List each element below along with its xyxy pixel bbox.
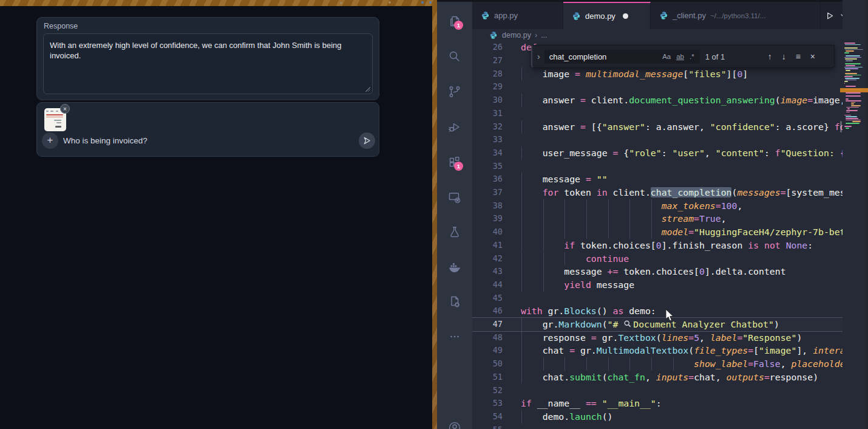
minimap[interactable] bbox=[843, 0, 866, 429]
more-icon[interactable] bbox=[447, 329, 462, 344]
minimap-line bbox=[846, 86, 856, 87]
python-file-icon bbox=[489, 31, 498, 39]
indent-guide bbox=[608, 199, 609, 213]
scrollbar-thumb[interactable] bbox=[840, 121, 842, 132]
file-settings-icon[interactable] bbox=[447, 295, 462, 309]
code-line-54[interactable]: 54 demo.launch() bbox=[472, 410, 843, 424]
tab-_client.py[interactable]: _client.py~/.../python3.11/... bbox=[651, 2, 821, 29]
mouse-cursor bbox=[665, 309, 675, 322]
code-line-40[interactable]: 40 model="HuggingFaceH4/zephyr-7b-beta bbox=[472, 225, 843, 239]
extensions-icon[interactable]: 1 bbox=[447, 155, 462, 170]
code-line-52[interactable]: 52 bbox=[472, 384, 843, 397]
code-line-28[interactable]: 28 image = multimodal_message["files"][0… bbox=[472, 67, 843, 81]
explorer-icon[interactable]: 1 bbox=[447, 14, 462, 29]
line-number: 27 bbox=[472, 54, 503, 67]
indent-guide bbox=[565, 199, 565, 213]
indent-guide bbox=[521, 146, 522, 160]
line-number: 49 bbox=[472, 344, 503, 357]
resize-grip-icon[interactable] bbox=[365, 86, 370, 92]
line-number: 50 bbox=[472, 357, 503, 371]
code-line-51[interactable]: 51 chat.submit(chat_fn, inputs=chat, out… bbox=[472, 371, 843, 384]
code-line-41[interactable]: 41 if token.choices[0].finish_reason is … bbox=[472, 239, 843, 252]
code-line-35[interactable]: 35 bbox=[472, 160, 843, 173]
remove-attachment-button[interactable]: × bbox=[60, 104, 70, 114]
find-query[interactable]: chat_completion bbox=[549, 52, 662, 61]
breadcrumb[interactable]: demo.py › ... bbox=[472, 29, 868, 41]
run-debug-icon[interactable] bbox=[447, 120, 462, 134]
send-button[interactable] bbox=[359, 132, 375, 149]
minimap-line bbox=[845, 78, 860, 79]
line-number: 38 bbox=[472, 199, 503, 213]
indent-guide bbox=[651, 199, 652, 213]
code-line-43[interactable]: 43 message += token.choices[0].delta.con… bbox=[472, 265, 843, 278]
close-find-icon[interactable]: × bbox=[810, 52, 815, 61]
previous-match-icon[interactable]: ↑ bbox=[768, 52, 772, 61]
regex-icon[interactable]: .* bbox=[690, 53, 694, 60]
code-line-33[interactable]: 33 bbox=[472, 133, 843, 146]
run-python-file-button[interactable] bbox=[824, 10, 835, 22]
code-line-37[interactable]: 37 for token in client.chat_completion(m… bbox=[472, 186, 843, 199]
indent-guide bbox=[543, 278, 544, 292]
code-line-29[interactable]: 29 bbox=[472, 80, 843, 94]
code-line-48[interactable]: 48 response = gr.Textbox(lines=5, label=… bbox=[472, 331, 843, 345]
code-line-32[interactable]: 32 answer = [{"answer": a.answer, "confi… bbox=[472, 120, 843, 134]
find-input[interactable]: chat_completion Aa ab .* bbox=[544, 50, 700, 64]
add-file-button[interactable]: + bbox=[42, 132, 58, 149]
code-line-39[interactable]: 39 stream=True, bbox=[472, 212, 843, 225]
indent-guide bbox=[629, 212, 630, 225]
minimap-line bbox=[846, 70, 850, 71]
code-line-34[interactable]: 34 user_message = {"role": "user", "cont… bbox=[472, 146, 843, 160]
code-line-46[interactable]: 46with gr.Blocks() as demo: bbox=[472, 304, 843, 318]
code-line-31[interactable]: 31 bbox=[472, 107, 843, 120]
tab-app.py[interactable]: app.py bbox=[472, 2, 563, 29]
breadcrumb-symbol[interactable]: ... bbox=[541, 31, 547, 39]
minimap-line bbox=[847, 108, 850, 109]
multimodal-input-panel: × + Who is being invoiced? bbox=[36, 102, 379, 157]
line-number: 28 bbox=[472, 67, 503, 81]
code-line-55[interactable]: 55 bbox=[472, 424, 843, 429]
indent-guide bbox=[543, 199, 544, 213]
indent-guide bbox=[543, 225, 544, 239]
wallpaper-speck bbox=[421, 1, 424, 4]
code-line-53[interactable]: 53if __name__ == "__main__": bbox=[472, 397, 843, 410]
indent-guide bbox=[521, 318, 522, 331]
code-line-42[interactable]: 42 continue bbox=[472, 252, 843, 266]
match-case-icon[interactable]: Aa bbox=[662, 53, 671, 60]
line-number: 40 bbox=[472, 225, 503, 239]
whole-word-icon[interactable]: ab bbox=[676, 53, 684, 60]
tab-demo.py[interactable]: demo.py bbox=[563, 2, 651, 29]
unsaved-changes-icon[interactable] bbox=[623, 13, 628, 19]
minimap-line bbox=[844, 126, 852, 127]
account-icon[interactable] bbox=[447, 420, 462, 429]
code-line-47[interactable]: 47 gr.Markdown("# Document Analyzer Chat… bbox=[472, 317, 843, 332]
breadcrumb-file[interactable]: demo.py bbox=[502, 31, 531, 39]
message-input[interactable]: Who is being invoiced? bbox=[63, 136, 147, 145]
line-number: 30 bbox=[472, 94, 503, 107]
remote-explorer-icon[interactable] bbox=[447, 190, 462, 205]
code-line-30[interactable]: 30 answer = client.document_question_ans… bbox=[472, 94, 843, 107]
find-in-selection-icon[interactable]: ≡ bbox=[796, 52, 801, 61]
line-number: 53 bbox=[472, 397, 503, 410]
docker-icon[interactable] bbox=[447, 260, 462, 275]
code-line-36[interactable]: 36 message = "" bbox=[472, 173, 843, 186]
testing-icon[interactable] bbox=[447, 225, 462, 239]
code-line-50[interactable]: 50 show_label=False, placeholder= bbox=[472, 357, 843, 371]
code-line-45[interactable]: 45 bbox=[472, 292, 843, 305]
code-line-44[interactable]: 44 yield message bbox=[472, 278, 843, 292]
minimap-line bbox=[846, 98, 849, 100]
next-match-icon[interactable]: ↓ bbox=[782, 52, 786, 61]
code-line-38[interactable]: 38 max_tokens=100, bbox=[472, 199, 843, 213]
minimap-line bbox=[846, 100, 861, 101]
search-icon[interactable] bbox=[447, 49, 462, 64]
indent-guide bbox=[521, 410, 522, 424]
find-results-count: 1 of 1 bbox=[705, 52, 739, 61]
minimap-line bbox=[844, 115, 851, 116]
response-textbox[interactable]: With an extremely high level of confiden… bbox=[43, 33, 373, 94]
code-line-49[interactable]: 49 chat = gr.MultimodalTextbox(file_type… bbox=[472, 344, 843, 357]
minimap-line bbox=[851, 103, 854, 105]
source-control-icon[interactable] bbox=[447, 84, 462, 99]
minimap-line bbox=[846, 123, 860, 124]
python-file-icon bbox=[572, 12, 581, 21]
find-toggle-chevron-icon[interactable]: › bbox=[537, 52, 540, 61]
badge: 1 bbox=[454, 162, 463, 171]
